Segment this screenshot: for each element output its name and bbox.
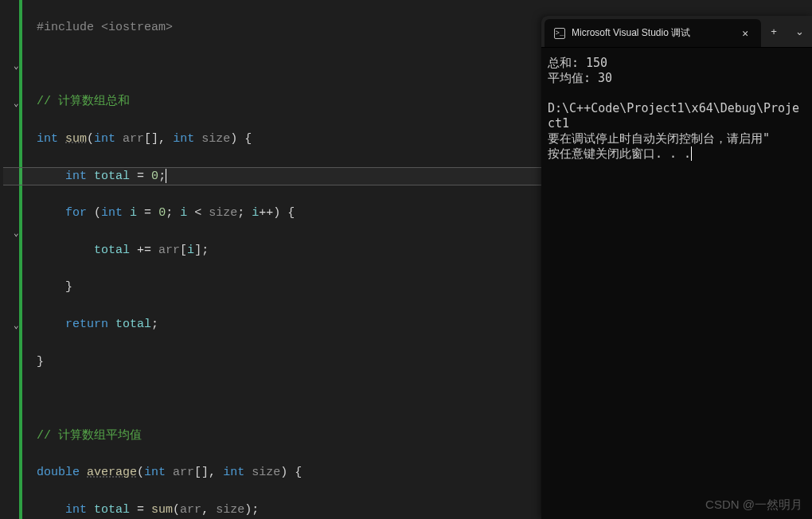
fold-icon[interactable]: ⌄ xyxy=(14,98,19,108)
fold-icon[interactable]: ⌄ xyxy=(14,320,19,330)
output-line: 按任意键关闭此窗口. . . xyxy=(548,146,691,161)
fold-icon[interactable]: ⌄ xyxy=(14,60,19,71)
console-output[interactable]: 总和: 150 平均值: 30 D:\C++Code\Project1\x64\… xyxy=(541,48,812,170)
comment: // 计算数组总和 xyxy=(37,95,130,108)
fold-icon[interactable]: ⌄ xyxy=(14,228,19,238)
text-cursor xyxy=(166,169,166,183)
output-line: 平均值: 30 xyxy=(548,71,612,85)
dropdown-icon[interactable]: ⌄ xyxy=(787,16,812,48)
tab-title: Microsoft Visual Studio 调试 xyxy=(572,26,732,40)
output-line: D:\C++Code\Project1\x64\Debug\Project1 xyxy=(548,101,799,131)
preprocessor: #include <iostream> xyxy=(37,21,173,34)
terminal-icon: >_ xyxy=(554,28,565,39)
window-buttons: + ⌄ xyxy=(761,16,812,47)
fold-gutter: ⌄ ⌄ ⌄ ⌄ xyxy=(22,0,33,519)
code-editor[interactable]: ⌄ ⌄ ⌄ ⌄ #include <iostream> // 计算数组总和 in… xyxy=(0,0,541,519)
titlebar[interactable]: >_ Microsoft Visual Studio 调试 ✕ + ⌄ xyxy=(541,16,812,48)
close-tab-icon[interactable]: ✕ xyxy=(739,25,751,41)
output-line: 要在调试停止时自动关闭控制台，请启用" xyxy=(548,131,770,146)
new-tab-button[interactable]: + xyxy=(761,16,787,48)
console-cursor xyxy=(691,146,692,161)
code-content[interactable]: #include <iostream> // 计算数组总和 int sum(in… xyxy=(33,0,376,519)
debug-console-window[interactable]: >_ Microsoft Visual Studio 调试 ✕ + ⌄ 总和: … xyxy=(541,16,812,519)
console-tab[interactable]: >_ Microsoft Visual Studio 调试 ✕ xyxy=(545,19,761,47)
comment: // 计算数组平均值 xyxy=(37,429,142,443)
output-line: 总和: 150 xyxy=(548,56,607,70)
